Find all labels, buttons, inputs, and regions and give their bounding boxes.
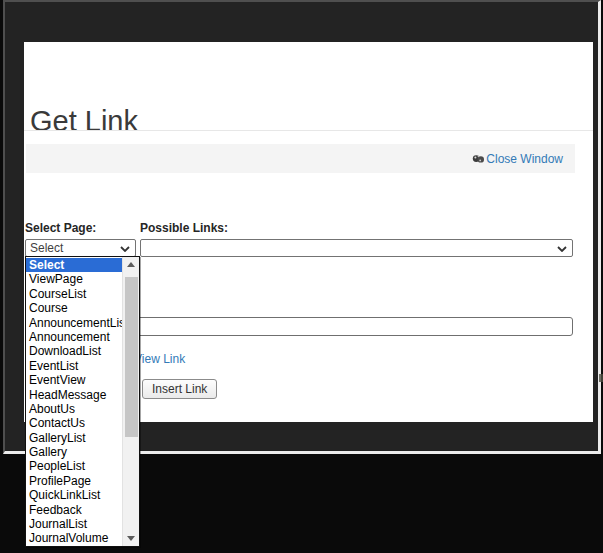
dropdown-option-profilepage[interactable]: ProfilePage [26, 474, 122, 488]
dropdown-option-announcementlist[interactable]: AnnouncementList [26, 316, 122, 330]
heading-divider [24, 130, 593, 131]
arrow-down-icon [127, 536, 135, 541]
view-link[interactable]: View Link [134, 352, 185, 366]
scrollbar-up-button[interactable] [123, 257, 139, 273]
dropdown-option-eventview[interactable]: EventView [26, 373, 122, 387]
listbox-scrollbar[interactable] [122, 257, 139, 546]
page-options-list: SelectViewPageCourseListCourseAnnounceme… [26, 257, 122, 546]
dropdown-option-gallerylist[interactable]: GalleryList [26, 431, 122, 445]
select-page-value: Select [30, 241, 63, 255]
chevron-down-icon [120, 241, 130, 255]
dropdown-option-journalvolume[interactable]: JournalVolume [26, 531, 122, 545]
dropdown-option-aboutus[interactable]: AboutUs [26, 402, 122, 416]
dropdown-option-journallist[interactable]: JournalList [26, 517, 122, 531]
page-options-listbox: SelectViewPageCourseListCourseAnnounceme… [25, 256, 140, 547]
insert-link-button[interactable]: Insert Link [142, 379, 217, 399]
select-page-label: Select Page: [25, 221, 96, 235]
page-title: Get Link [30, 105, 138, 138]
dropdown-option-quicklinklist[interactable]: QuickLinkList [26, 488, 122, 502]
dropdown-option-viewpage[interactable]: ViewPage [26, 272, 122, 286]
chevron-down-icon [557, 241, 567, 255]
background-artifact [599, 374, 603, 382]
dropdown-option-gallery[interactable]: Gallery [26, 445, 122, 459]
scrollbar-down-button[interactable] [123, 530, 139, 546]
dropdown-option-peoplelist[interactable]: PeopleList [26, 459, 122, 473]
screen: Get Link Close Window Select Page: Possi… [0, 0, 603, 553]
possible-links-dropdown[interactable] [140, 239, 573, 257]
scrollbar-thumb[interactable] [125, 277, 138, 437]
toolbar: Close Window [26, 144, 575, 173]
close-window-label: Close Window [486, 152, 563, 166]
select-page-dropdown[interactable]: Select [25, 239, 136, 257]
dropdown-option-select[interactable]: Select [26, 258, 122, 272]
dropdown-option-headmessage[interactable]: HeadMessage [26, 388, 122, 402]
dropdown-option-course[interactable]: Course [26, 301, 122, 315]
dropdown-option-courselist[interactable]: CourseList [26, 287, 122, 301]
dropdown-option-eventlist[interactable]: EventList [26, 359, 122, 373]
close-window-icon [472, 153, 485, 165]
arrow-up-icon [127, 262, 135, 267]
dropdown-option-feedback[interactable]: Feedback [26, 503, 122, 517]
dropdown-option-announcement[interactable]: Announcement [26, 330, 122, 344]
dropdown-option-downloadlist[interactable]: DownloadList [26, 344, 122, 358]
possible-links-label: Possible Links: [140, 221, 228, 235]
dropdown-option-contactus[interactable]: ContactUs [26, 416, 122, 430]
close-window-link[interactable]: Close Window [472, 152, 563, 166]
